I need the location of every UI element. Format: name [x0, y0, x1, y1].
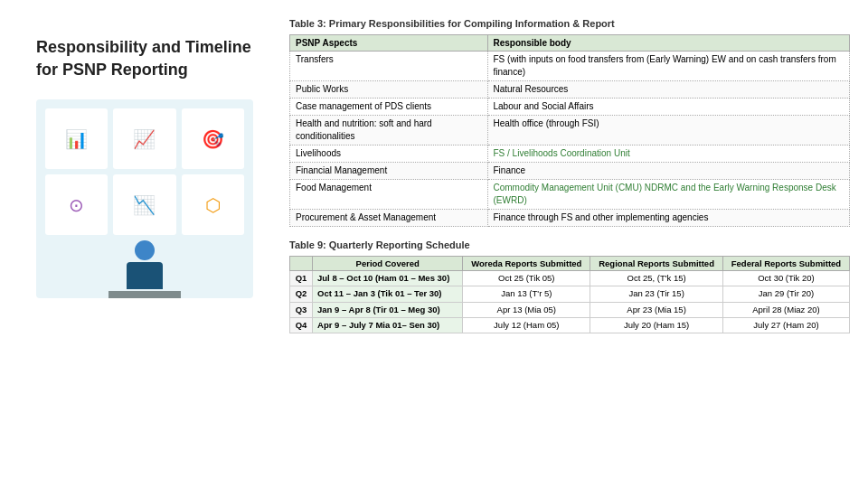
table-row: Procurement & Asset Management: [290, 210, 488, 227]
table-row: Transfers: [290, 52, 488, 81]
table9-wrapper: Table 9: Quarterly Reporting Schedule Pe…: [289, 239, 850, 333]
table-row: Apr 23 (Mia 15): [590, 302, 723, 317]
table3-col-responsible: Responsible body: [487, 35, 850, 52]
table-row: April 28 (Miaz 20): [722, 302, 849, 317]
table-row: FS / Livelihoods Coordination Unit: [487, 145, 850, 163]
dash-grid: 📊 📈 🎯 ⊙ 📉 ⬡: [36, 99, 253, 244]
table-row: Apr 9 – July 7 Mia 01– Sen 30): [313, 318, 463, 333]
table-row: FS (with inputs on food transfers from (…: [487, 52, 850, 81]
table-row: Public Works: [290, 81, 488, 99]
area-chart-card: 📉: [113, 174, 175, 235]
table-row: Finance: [487, 163, 850, 180]
table3-title: Table 3: Primary Responsibilities for Co…: [289, 18, 850, 29]
dashboard-illustration: 📊 📈 🎯 ⊙ 📉 ⬡: [36, 99, 253, 298]
table-row: Commodity Management Unit (CMU) NDRMC an…: [487, 180, 850, 210]
table-row: Livelihoods: [290, 145, 488, 163]
table-row: Oct 25, (T'k 15): [590, 271, 723, 286]
table-row: Health and nutrition: soft and hard cond…: [290, 116, 488, 145]
table3: PSNP Aspects Responsible body TransfersF…: [289, 34, 850, 227]
table-row: July 27 (Ham 20): [722, 318, 849, 333]
line-chart-card: 📈: [113, 108, 175, 169]
person-body: [127, 262, 163, 289]
table-row: Q3: [290, 302, 313, 317]
right-panel: Table 3: Primary Responsibilities for Co…: [280, 0, 868, 488]
table-row: Apr 13 (Mia 05): [463, 302, 590, 317]
dot-chart-card: ⬡: [182, 174, 244, 235]
page-title: Responsibility and Timeline for PSNP Rep…: [36, 36, 262, 81]
table-row: Q1: [290, 271, 313, 286]
table-row: Oct 30 (Tik 20): [722, 271, 849, 286]
table-row: Q4: [290, 318, 313, 333]
table9-title: Table 9: Quarterly Reporting Schedule: [289, 239, 850, 250]
table-row: Case management of PDS clients: [290, 99, 488, 116]
table-row: Jan 23 (Tir 15): [590, 286, 723, 302]
table9: Period Covered Woreda Reports Submitted …: [289, 256, 850, 333]
table9-col-period: Period Covered: [313, 257, 463, 271]
table-row: Q2: [290, 286, 313, 302]
table-row: Jan 29 (Tir 20): [722, 286, 849, 302]
table-row: Finance through FS and other implementin…: [487, 210, 850, 227]
table9-col-regional: Regional Reports Submitted: [590, 257, 723, 271]
table-row: Jul 8 – Oct 10 (Ham 01 – Mes 30): [313, 271, 463, 286]
table-row: July 20 (Ham 15): [590, 318, 723, 333]
table-row: Health office (through FSI): [487, 116, 850, 145]
target-card: 🎯: [182, 108, 244, 169]
bar-chart-card: 📊: [45, 108, 108, 169]
table-row: Jan 13 (T'r 5): [463, 286, 590, 302]
table-row: Labour and Social Affairs: [487, 99, 850, 116]
table-row: Food Management: [290, 180, 488, 210]
pie-chart-card: ⊙: [45, 174, 108, 235]
desk: [108, 291, 181, 298]
person-illustration: [108, 240, 181, 298]
table-row: Oct 11 – Jan 3 (Tik 01 – Ter 30): [313, 286, 463, 302]
table-row: July 12 (Ham 05): [463, 318, 590, 333]
table-row: Oct 25 (Tik 05): [463, 271, 590, 286]
table-row: Jan 9 – Apr 8 (Tir 01 – Meg 30): [313, 302, 463, 317]
table-row: Natural Resources: [487, 81, 850, 99]
person-head: [135, 240, 155, 260]
table3-col-aspect: PSNP Aspects: [290, 35, 488, 52]
table-row: Financial Management: [290, 163, 488, 180]
table9-col-q: [290, 257, 313, 271]
table9-col-woreda: Woreda Reports Submitted: [463, 257, 590, 271]
left-panel: Responsibility and Timeline for PSNP Rep…: [0, 0, 280, 488]
table9-col-federal: Federal Reports Submitted: [722, 257, 849, 271]
